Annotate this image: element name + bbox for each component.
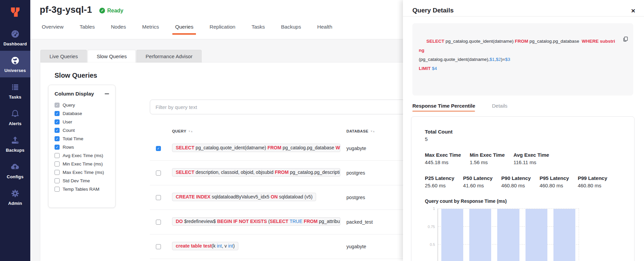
column-option-label: User <box>63 119 72 124</box>
total-count-block: Total Count 5 <box>425 129 624 142</box>
chart-bar[interactable] <box>553 209 575 261</box>
tab-metrics[interactable]: Metrics <box>141 21 160 35</box>
stat-p95-latency: P95 Latency 460.80 ms <box>540 175 569 188</box>
sidebar-item-configs[interactable]: Configs <box>0 157 30 184</box>
row-checkbox[interactable] <box>156 171 161 176</box>
column-header-query[interactable]: QUERY ▼▲ <box>172 129 340 133</box>
column-option-avg-exec-time-ms-[interactable]: Avg Exec Time (ms) <box>55 151 110 160</box>
response-time-bar-chart: 00.250.50.751 [1.5,1.6)[24.0,25.6)[38.4,… <box>425 209 624 261</box>
column-option-label: Count <box>63 128 75 133</box>
sort-icon[interactable]: ▼▲ <box>370 130 375 133</box>
column-option-label: Database <box>63 111 82 116</box>
globe-icon <box>10 55 20 66</box>
collapse-minus-icon[interactable] <box>104 91 110 97</box>
checkbox-icon[interactable]: ✓ <box>55 111 60 116</box>
percentile-stats-card: Total Count 5 Max Exec Time 445.18 msMin… <box>411 116 635 261</box>
tab-health[interactable]: Health <box>316 21 333 35</box>
checkbox-icon[interactable]: ✓ <box>55 103 60 108</box>
universe-title: pf-3g-ysql-1 <box>40 5 92 15</box>
tab-nodes[interactable]: Nodes <box>110 21 127 35</box>
subtab-slow-queries[interactable]: Slow Queries <box>88 50 136 63</box>
column-option-label: Std Dev Time <box>63 178 90 183</box>
query-text[interactable]: create table test(k int, v int) <box>172 242 238 250</box>
tab-replication[interactable]: Replication <box>209 21 236 35</box>
row-checkbox[interactable] <box>156 244 161 249</box>
query-text[interactable]: CREATE INDEX sqldataloadByValuev5_idx5 O… <box>172 193 316 201</box>
chart-bar[interactable] <box>469 209 491 261</box>
row-checkbox[interactable]: ✓ <box>156 146 161 151</box>
query-details-panel: Query Details × SELECT pg_catalog.quote_… <box>403 0 644 261</box>
column-option-max-exec-time-ms-[interactable]: Max Exec Time (ms) <box>55 168 110 177</box>
chart-title: Query count by Response Time (ms) <box>425 198 624 204</box>
database-cell: packed_test <box>346 219 400 225</box>
tab-overview[interactable]: Overview <box>41 21 64 35</box>
stat-max-exec-time: Max Exec Time 445.18 ms <box>425 152 461 165</box>
sidebar-item-alerts[interactable]: Alerts <box>0 104 30 130</box>
checkbox-icon[interactable]: ✓ <box>55 145 60 150</box>
tab-tables[interactable]: Tables <box>79 21 96 35</box>
checkbox-icon[interactable] <box>55 153 60 158</box>
total-count-value: 5 <box>425 136 452 142</box>
checkbox-icon[interactable] <box>55 170 60 175</box>
column-option-rows[interactable]: ✓ Rows <box>55 143 110 151</box>
checkbox-icon[interactable]: ✓ <box>55 119 60 124</box>
tab-queries[interactable]: Queries <box>174 21 194 35</box>
stat-p90-latency: P90 Latency 460.80 ms <box>501 175 531 188</box>
checkbox-icon[interactable]: ✓ <box>55 128 60 133</box>
column-option-min-exec-time-ms-[interactable]: Min Exec Time (ms) <box>55 160 110 168</box>
checkbox-icon[interactable] <box>55 187 60 192</box>
checkbox-icon[interactable] <box>55 178 60 183</box>
column-option-label: Min Exec Time (ms) <box>63 161 103 166</box>
column-option-label: Rows <box>63 145 74 150</box>
chart-bar[interactable] <box>526 209 547 261</box>
stat-avg-exec-time: Avg Exec Time 116.11 ms <box>513 152 549 165</box>
column-option-label: Avg Exec Time (ms) <box>63 153 103 158</box>
row-checkbox[interactable] <box>156 195 161 200</box>
details-tab-details[interactable]: Details <box>492 103 507 112</box>
column-option-database[interactable]: ✓ Database <box>55 109 110 118</box>
sidebar-item-dashboard[interactable]: Dashboard <box>0 24 30 51</box>
tab-tasks[interactable]: Tasks <box>251 21 266 35</box>
column-option-count[interactable]: ✓ Count <box>55 126 110 135</box>
close-icon[interactable]: × <box>631 7 635 14</box>
chart-bar[interactable] <box>497 209 519 261</box>
status-text: Ready <box>107 8 123 14</box>
column-option-temp-tables-ram[interactable]: Temp Tables RAM <box>55 185 110 193</box>
gear-icon <box>10 188 20 198</box>
column-option-user[interactable]: ✓ User <box>55 118 110 126</box>
query-text[interactable]: DO $redefineview$ BEGIN IF NOT EXISTS (S… <box>172 217 340 226</box>
subtab-performance-advisor[interactable]: Performance Advisor <box>136 50 201 63</box>
subtab-live-queries[interactable]: Live Queries <box>40 50 87 63</box>
query-filter-input[interactable] <box>150 100 412 114</box>
query-text[interactable]: SELECT pg_catalog.quote_ident(datname) F… <box>172 144 340 152</box>
chart-bar[interactable] <box>441 209 463 261</box>
column-option-total-time[interactable]: ✓ Total Time <box>55 135 110 143</box>
sidebar-item-tasks[interactable]: Tasks <box>0 77 30 104</box>
checkbox-icon[interactable]: ✓ <box>55 136 60 141</box>
query-details-title: Query Details <box>412 7 454 14</box>
column-option-label: Query <box>63 103 75 108</box>
query-text[interactable]: SELECT description, classoid, objoid, ob… <box>172 168 340 177</box>
sidebar-item-backups[interactable]: Backups <box>0 130 30 157</box>
sidebar-nav: Dashboard Universes Tasks Alerts Backups… <box>0 24 30 210</box>
row-checkbox[interactable] <box>156 220 161 225</box>
sort-icon[interactable]: ▼▲ <box>188 130 193 133</box>
column-header-database[interactable]: DATABASE ▼▲ <box>346 129 400 133</box>
sidebar-item-label: Backups <box>6 148 25 153</box>
y-tick-label: 0.75 <box>428 225 435 229</box>
details-tab-response-time-percentile[interactable]: Response Time Percentile <box>412 103 475 112</box>
tab-backups[interactable]: Backups <box>280 21 302 35</box>
copy-icon[interactable] <box>612 27 629 54</box>
checkbox-icon[interactable] <box>55 161 60 166</box>
details-panel-tabs: Response Time PercentileDetails <box>403 96 644 112</box>
column-option-label: Total Time <box>63 136 83 141</box>
yugabyte-logo-icon[interactable] <box>0 0 30 24</box>
divider <box>403 16 644 16</box>
sidebar-item-universes[interactable]: Universes <box>0 51 30 77</box>
column-option-query[interactable]: ✓ Query <box>55 101 110 109</box>
column-option-std-dev-time[interactable]: Std Dev Time <box>55 177 110 185</box>
status-badge: ✓ Ready <box>99 8 123 14</box>
check-circle-icon: ✓ <box>99 8 105 13</box>
sidebar-item-admin[interactable]: Admin <box>0 184 30 210</box>
sql-statement-text: SELECT pg_catalog.quote_ident(datname) F… <box>419 39 615 71</box>
